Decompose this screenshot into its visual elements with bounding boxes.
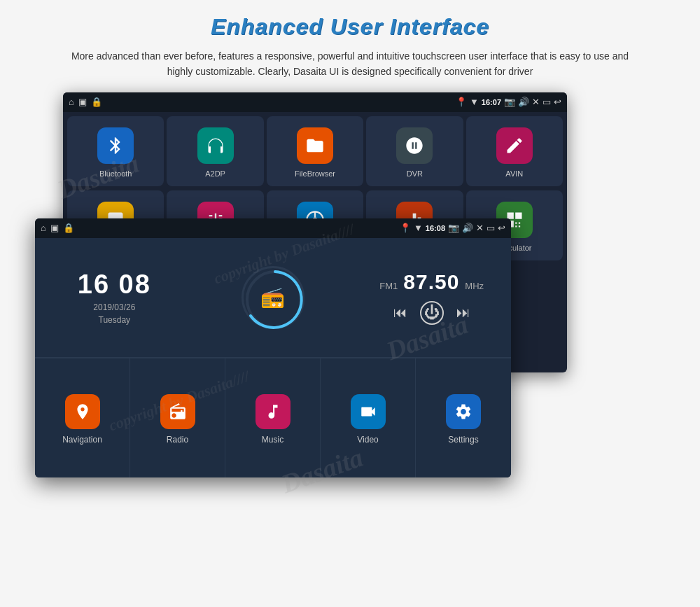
app-filebrowser[interactable]: FileBrowser (267, 116, 363, 186)
app-grid-row1: Bluetooth A2DP (63, 112, 567, 190)
app-avin-label: AVIN (505, 169, 523, 178)
minimize-icon[interactable]: ▭ (542, 97, 551, 107)
front-close-icon[interactable]: ✕ (476, 223, 484, 233)
image-icon: ▣ (78, 97, 87, 107)
front-app-video[interactable]: Video (321, 358, 416, 477)
app-avin[interactable]: AVIN (466, 116, 563, 186)
front-radio-label: Radio (167, 435, 188, 445)
back-status-right: 📍 ▼ 16:07 📷 🔊 ✕ ▭ ↩ (456, 97, 561, 107)
clock-date: 2019/03/26 (93, 302, 135, 312)
folder-svg (305, 136, 325, 155)
app-a2dp[interactable]: A2DP (167, 116, 263, 186)
app-dvr-label: DVR (407, 169, 423, 178)
avin-icon-wrap (496, 127, 533, 164)
front-music-label: Music (262, 435, 284, 445)
speedometer-svg (405, 136, 424, 155)
app-bluetooth-label: Bluetooth (99, 169, 132, 178)
settings-icon-wrap (446, 394, 481, 429)
front-volume-icon: 🔊 (462, 223, 473, 233)
app-a2dp-label: A2DP (205, 169, 225, 178)
app-filebrowser-label: FileBrowser (295, 169, 335, 178)
music-icon-wrap (255, 394, 290, 429)
front-minimize-icon[interactable]: ▭ (486, 223, 495, 233)
front-radio-dial[interactable]: 📻 (194, 238, 353, 357)
headphones-svg (206, 136, 225, 155)
radio-station-label: FM1 (379, 281, 398, 291)
back-time: 16:07 (482, 98, 501, 106)
radio-controls: ⏮ ⏻ ⏭ (393, 301, 470, 325)
front-clock: 16 08 2019/03/26 Tuesday (35, 238, 194, 357)
front-video-label: Video (357, 435, 378, 445)
radio-unit: MHz (465, 281, 484, 291)
page-description: More advanced than ever before, features… (63, 48, 637, 80)
front-nav-label: Navigation (62, 435, 102, 445)
front-top-section: 16 08 2019/03/26 Tuesday 📻 (35, 238, 511, 358)
power-btn[interactable]: ⏻ (420, 301, 444, 325)
front-camera-icon: 📷 (448, 223, 459, 233)
front-time: 16:08 (426, 224, 445, 232)
pencil-svg (505, 136, 524, 155)
home-icon[interactable]: ⌂ (69, 97, 74, 107)
video-icon-wrap (351, 394, 386, 429)
lock-icon: 🔒 (91, 97, 102, 107)
nav-svg (74, 403, 92, 421)
wifi-icon: ▼ (470, 97, 479, 107)
front-app-navigation[interactable]: Navigation (35, 358, 130, 477)
dial-circle: 📻 (241, 266, 304, 329)
prev-track-btn[interactable]: ⏮ (393, 305, 407, 321)
back-status-left: ⌂ ▣ 🔒 (69, 97, 102, 107)
app-dvr[interactable]: DVR (366, 116, 463, 186)
front-status-bar: ⌂ ▣ 🔒 📍 ▼ 16:08 📷 🔊 ✕ ▭ ↩ (35, 218, 511, 238)
close-icon[interactable]: ✕ (532, 97, 540, 107)
camera-icon: 📷 (504, 97, 515, 107)
settings-svg (454, 403, 472, 421)
front-app-settings[interactable]: Settings (416, 358, 511, 477)
bluetooth-svg (106, 136, 125, 155)
front-home-icon[interactable]: ⌂ (41, 223, 46, 233)
front-status-left: ⌂ ▣ 🔒 (41, 223, 74, 233)
back-icon[interactable]: ↩ (554, 97, 561, 107)
front-image-icon: ▣ (50, 223, 59, 233)
front-lock-icon: 🔒 (63, 223, 74, 233)
dial-arc-svg (244, 268, 307, 331)
clock-time: 16 08 (78, 270, 151, 300)
front-radio-info: FM1 87.50 MHz ⏮ ⏻ ⏭ (352, 238, 511, 357)
bluetooth-icon-wrap (97, 127, 134, 164)
clock-day: Tuesday (99, 315, 131, 325)
radio-frequency: 87.50 (403, 270, 459, 294)
back-status-bar: ⌂ ▣ 🔒 📍 ▼ 16:07 📷 🔊 ✕ ▭ ↩ (63, 92, 567, 112)
next-track-btn[interactable]: ⏭ (456, 305, 470, 321)
nav-icon-wrap (65, 394, 100, 429)
screens-container: ⌂ ▣ 🔒 📍 ▼ 16:07 📷 🔊 ✕ ▭ ↩ (21, 92, 679, 498)
app-bluetooth[interactable]: Bluetooth (67, 116, 164, 186)
front-location-icon: 📍 (400, 223, 411, 233)
page-title: Enhanced User Interface (21, 14, 679, 40)
front-wifi-icon: ▼ (414, 223, 423, 233)
front-settings-label: Settings (448, 435, 478, 445)
front-bottom-apps: Navigation Radio (35, 358, 511, 477)
front-app-radio[interactable]: Radio (130, 358, 225, 477)
location-icon: 📍 (456, 97, 467, 107)
radio-app-svg (169, 403, 187, 421)
filebrowser-icon-wrap (297, 127, 333, 164)
front-content: 16 08 2019/03/26 Tuesday 📻 (35, 238, 511, 477)
video-svg (359, 403, 377, 421)
front-back-icon[interactable]: ↩ (498, 223, 505, 233)
screen-front: ⌂ ▣ 🔒 📍 ▼ 16:08 📷 🔊 ✕ ▭ ↩ (35, 218, 511, 477)
front-status-right: 📍 ▼ 16:08 📷 🔊 ✕ ▭ ↩ (400, 223, 505, 233)
radio-app-icon-wrap (160, 394, 195, 429)
music-svg (264, 403, 282, 421)
a2dp-icon-wrap (197, 127, 234, 164)
page-wrapper: Dasaita copyright by Dasaita//// Dasaita… (0, 0, 700, 607)
volume-icon: 🔊 (518, 97, 529, 107)
dvr-icon-wrap (396, 127, 433, 164)
front-app-music[interactable]: Music (225, 358, 321, 477)
